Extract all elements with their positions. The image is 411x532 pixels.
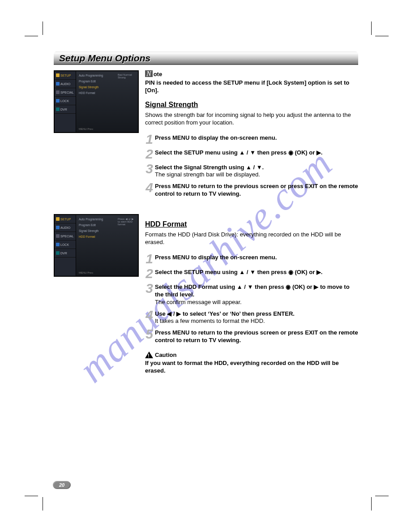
step-3: 3 Select the Signal Strength using ▲ / ▼…: [145, 163, 358, 179]
step-number: 1: [145, 133, 153, 145]
hdd-right-label: Press ◀ or ▶ to start HDD format: [116, 216, 138, 240]
menu-tab-special: SPECIAL: [55, 232, 76, 240]
menu-tab-setup: SETUP: [55, 215, 76, 223]
menu-tab-setup: SETUP: [55, 71, 76, 80]
step-2: 2 Select the SETUP menu using ▲ / ▼ then…: [145, 148, 358, 160]
page-number-badge: 20: [53, 481, 71, 489]
menu-item: HDD Format: [78, 90, 116, 96]
caution-label: Caution: [155, 352, 176, 358]
step-number: 4: [145, 181, 153, 193]
menu-tab-special: SPECIAL: [55, 88, 76, 97]
step-1: 1 Press MENU to display the on-screen me…: [145, 253, 358, 265]
step-text: Press MENU to display the on-screen menu…: [155, 253, 277, 262]
crop-mark: [25, 496, 38, 496]
step-text: Select the SETUP menu using ▲ / ▼ then p…: [155, 148, 322, 157]
step-1: 1 Press MENU to display the on-screen me…: [145, 133, 358, 145]
step-text: Press MENU to display the on-screen menu…: [155, 133, 277, 142]
signal-intro: Shows the strength bar for incoming sign…: [145, 112, 358, 127]
step-number: 3: [145, 163, 153, 175]
step-text: Select the Signal Strength using ▲ / ▼.: [155, 164, 264, 171]
section-heading-hdd: HDD Format: [145, 220, 358, 228]
menu-item: Auto Programming: [78, 73, 116, 78]
page-title: Setup Menu Options: [59, 53, 150, 63]
step-text: Select the HDD Format using ▲ / ▼ then p…: [155, 283, 350, 298]
menu-item: Signal Strength: [78, 228, 116, 234]
menu-tab-dvr: DVR: [55, 249, 76, 257]
note-icon: N: [145, 70, 153, 77]
step-subtext: The signal strength bar will be displaye…: [155, 171, 260, 178]
step-text: Press MENU to return to the previous scr…: [155, 181, 358, 198]
crop-mark: [371, 21, 372, 35]
caution-body: If you want to format the HDD, everythin…: [145, 360, 358, 375]
crop-mark: [375, 496, 389, 496]
step-number: 2: [145, 267, 153, 279]
screenshot-signal-strength: SETUP AUDIO SPECIAL LOCK DVR Auto Progra…: [54, 70, 139, 201]
note-body: PIN is needed to access the SETUP menu i…: [145, 79, 358, 94]
menu-tab-audio: AUDIO: [55, 223, 76, 232]
note-label: ote: [154, 71, 163, 77]
step-text: Press MENU to return to the previous scr…: [155, 328, 358, 344]
step-4: 4 Use ◀ / ▶ to select ‘Yes’ or ‘No’ then…: [145, 309, 358, 326]
warning-icon: [145, 352, 153, 358]
hdd-intro: Formats the HDD (Hard Disk Drive): every…: [145, 231, 358, 246]
crop-mark: [25, 36, 38, 36]
signal-bar-labels: Bad Normal Strong: [116, 73, 138, 96]
menu-tab-audio: AUDIO: [55, 80, 76, 88]
step-subtext: The confirm message will appear.: [155, 299, 242, 305]
step-number: 3: [145, 282, 153, 294]
menu-tab-lock: LOCK: [55, 240, 76, 249]
screenshot-hdd-format: SETUP AUDIO SPECIAL LOCK DVR Auto Progra…: [54, 214, 139, 375]
step-text: Use ◀ / ▶ to select ‘Yes’ or ‘No’ then p…: [155, 310, 295, 317]
menu-tab-lock: LOCK: [55, 97, 76, 105]
menu-item: Auto Programming: [78, 216, 116, 222]
step-3: 3 Select the HDD Format using ▲ / ▼ then…: [145, 282, 358, 306]
step-2: 2 Select the SETUP menu using ▲ / ▼ then…: [145, 267, 358, 279]
step-number: 2: [145, 148, 153, 160]
step-number: 1: [145, 253, 153, 265]
crop-mark: [43, 21, 43, 35]
page-title-bar: Setup Menu Options: [54, 51, 358, 65]
crop-mark: [371, 497, 372, 511]
menu-item: Program Edit: [78, 222, 116, 228]
step-5: 5 Press MENU to return to the previous s…: [145, 328, 358, 344]
step-text: Select the SETUP menu using ▲ / ▼ then p…: [155, 267, 322, 276]
step-subtext: It takes a few moments to format the HDD…: [155, 317, 265, 324]
menu-item-selected: HDD Format: [78, 234, 116, 240]
menu-hint: MENU Prev.: [78, 270, 138, 276]
menu-item-selected: Signal Strength: [78, 84, 116, 90]
step-number: 5: [145, 328, 153, 340]
step-4: 4 Press MENU to return to the previous s…: [145, 181, 358, 198]
section-heading-signal: Signal Strength: [145, 101, 358, 109]
menu-item: Program Edit: [78, 78, 116, 84]
menu-tab-dvr: DVR: [55, 105, 76, 114]
menu-hint: MENU Prev.: [78, 127, 138, 132]
step-number: 4: [145, 309, 153, 321]
crop-mark: [43, 497, 43, 511]
crop-mark: [375, 36, 389, 36]
